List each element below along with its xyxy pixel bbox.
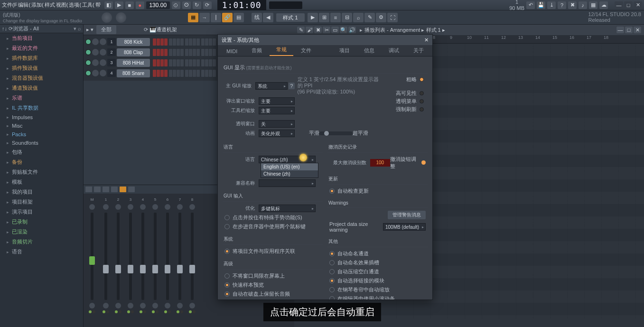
step[interactable] bbox=[201, 38, 205, 46]
browser-item[interactable]: 音频切片 bbox=[0, 237, 83, 247]
send-knob[interactable] bbox=[140, 303, 146, 308]
pl-tool-del[interactable]: ✖ bbox=[314, 27, 322, 33]
channel-pan-knob[interactable] bbox=[92, 59, 99, 66]
step[interactable] bbox=[196, 38, 200, 46]
step[interactable] bbox=[169, 59, 172, 66]
step[interactable] bbox=[205, 49, 208, 56]
step[interactable] bbox=[185, 38, 188, 46]
channel-label[interactable]: 808 Clap bbox=[117, 48, 150, 56]
mixer-insert[interactable]: 6 bbox=[161, 196, 174, 315]
step[interactable] bbox=[157, 49, 160, 56]
step[interactable] bbox=[201, 59, 205, 66]
step[interactable] bbox=[196, 59, 200, 66]
settings-tab[interactable]: 音频 bbox=[245, 45, 269, 56]
tool-2-icon[interactable]: ≡ bbox=[330, 13, 341, 22]
channel-num[interactable]: 2 bbox=[107, 48, 116, 56]
hivis-led[interactable] bbox=[420, 91, 424, 95]
step[interactable] bbox=[213, 49, 216, 56]
other-toggle[interactable]: 自动压缩空白通道 bbox=[327, 267, 428, 276]
step[interactable] bbox=[205, 38, 208, 46]
channel-vol-knob[interactable] bbox=[100, 70, 106, 76]
lang-opt-zh[interactable]: Chinese (zh) bbox=[261, 170, 318, 178]
compat-name-select[interactable] bbox=[259, 179, 316, 187]
fader[interactable] bbox=[191, 213, 194, 300]
step[interactable] bbox=[169, 70, 172, 77]
tool-3-icon[interactable]: ⊟ bbox=[342, 13, 352, 22]
toggle-radio[interactable] bbox=[329, 269, 335, 274]
tempo-display[interactable]: 130.00 bbox=[146, 1, 170, 9]
step[interactable] bbox=[177, 49, 180, 56]
other-toggle[interactable]: 在编辑器中使用小滚动条 bbox=[327, 294, 428, 299]
settings-tab[interactable]: 文件 bbox=[294, 45, 318, 56]
autocheck-radio[interactable] bbox=[329, 188, 335, 194]
browser-item[interactable]: Misc bbox=[0, 121, 83, 130]
pan-knob[interactable] bbox=[177, 204, 183, 210]
step[interactable] bbox=[169, 49, 172, 56]
animation-select[interactable]: 美化外观 bbox=[259, 130, 295, 137]
step[interactable] bbox=[160, 38, 164, 46]
channel-filter-tab[interactable]: 全部 bbox=[96, 25, 116, 34]
toggle-radio[interactable] bbox=[224, 282, 230, 288]
smooth-slider[interactable] bbox=[319, 131, 353, 135]
pan-knob[interactable] bbox=[152, 204, 158, 210]
step-sequence[interactable] bbox=[152, 59, 216, 66]
channel-num[interactable]: 4 bbox=[107, 69, 116, 77]
toggle-radio[interactable] bbox=[329, 251, 335, 256]
bar-number[interactable]: 14 bbox=[535, 35, 552, 43]
cloud-icon[interactable]: ☁ bbox=[599, 1, 608, 9]
browser-item[interactable]: 包络 bbox=[0, 147, 83, 157]
step[interactable] bbox=[164, 59, 168, 66]
settings-tab[interactable]: 关于 bbox=[407, 45, 430, 56]
bar-number[interactable]: 18 bbox=[604, 35, 621, 43]
record-button[interactable]: ● bbox=[136, 1, 144, 9]
step[interactable] bbox=[173, 70, 176, 77]
view-playlist-icon[interactable]: ▦ bbox=[188, 13, 198, 22]
view-mixer-icon[interactable]: 🔗 bbox=[222, 13, 233, 22]
mixer-insert[interactable]: 1 bbox=[100, 196, 112, 315]
metronome-icon[interactable]: ⏲ bbox=[172, 1, 180, 9]
bar-number[interactable]: 15 bbox=[552, 35, 569, 43]
menu-view[interactable]: 视图( bbox=[56, 0, 68, 9]
manage-warnings-button[interactable]: 管理警告消息 bbox=[388, 211, 426, 219]
menu-help[interactable]: 帮 bbox=[95, 0, 101, 9]
view-channel-icon[interactable]: ⎹⎸ bbox=[211, 13, 221, 22]
fader[interactable] bbox=[91, 213, 93, 300]
toggle-radio[interactable] bbox=[329, 260, 335, 265]
mixer-insert[interactable]: 3 bbox=[124, 196, 137, 315]
pan-knob[interactable] bbox=[115, 204, 121, 210]
browser-item[interactable]: 演示项目 bbox=[0, 207, 83, 217]
step[interactable] bbox=[193, 70, 196, 77]
channel-vol-knob[interactable] bbox=[100, 38, 106, 45]
step[interactable] bbox=[164, 49, 168, 56]
settings-close-icon[interactable]: ✕ bbox=[424, 37, 429, 43]
clickhold-radio[interactable] bbox=[224, 215, 230, 220]
tool-7-icon[interactable]: ⛶ bbox=[387, 13, 398, 22]
popup-scale-select[interactable]: 主要 bbox=[259, 97, 295, 105]
browser-item[interactable]: 插件数据库 bbox=[0, 53, 83, 63]
toggle-radio[interactable] bbox=[329, 296, 335, 299]
step[interactable] bbox=[153, 59, 156, 66]
send-knob[interactable] bbox=[189, 303, 195, 308]
send-knob[interactable] bbox=[115, 303, 121, 308]
menu-tools[interactable]: 工具( bbox=[82, 0, 94, 9]
other-toggle[interactable]: 在钢琴卷帘中自动缩放 bbox=[327, 285, 428, 294]
time-display[interactable]: 1:01:00 bbox=[217, 0, 266, 11]
step[interactable] bbox=[193, 49, 196, 56]
panic-icon[interactable]: ✖ bbox=[568, 1, 577, 9]
main-menu[interactable]: 文件(F 编辑( 添加( 样式 视图( 选项( 工具( 帮 bbox=[2, 0, 101, 9]
browser-header[interactable]: ↑↓ ⟳ 浏览器 - All▾ ⌕ bbox=[0, 25, 83, 33]
channel-led[interactable] bbox=[85, 70, 91, 76]
browser-item[interactable]: 模板 bbox=[0, 177, 83, 187]
mixer-master[interactable]: M bbox=[84, 196, 100, 315]
toggle-radio[interactable] bbox=[329, 287, 335, 292]
settings-tab[interactable]: 信息 bbox=[357, 45, 381, 56]
bar-number[interactable]: 11 bbox=[484, 35, 501, 43]
overdub-icon[interactable]: ↻ bbox=[193, 1, 201, 9]
channel-led[interactable] bbox=[85, 49, 91, 55]
lang-opt-en[interactable]: English (US) (en) bbox=[261, 163, 318, 170]
step[interactable] bbox=[196, 49, 200, 56]
undo-icon[interactable]: ↶ bbox=[526, 1, 535, 9]
pl-tool-cut[interactable]: ✂ bbox=[323, 27, 330, 33]
browser-item[interactable]: IL 共享数据 bbox=[0, 103, 83, 113]
step[interactable] bbox=[213, 38, 216, 46]
